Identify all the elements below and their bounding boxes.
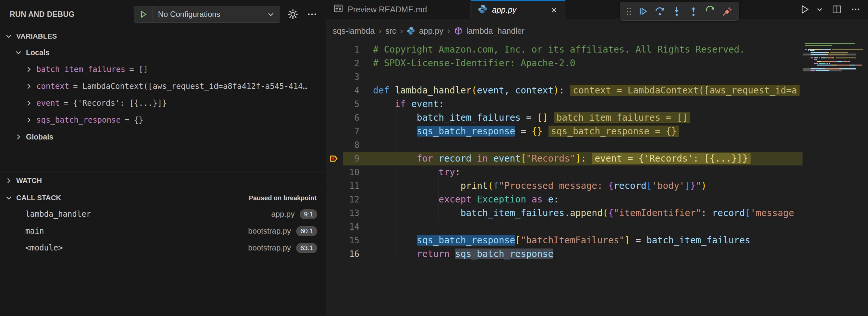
debug-config-dropdown[interactable]: No Configurations xyxy=(134,6,280,23)
code-editor[interactable]: 1# Copyright Amazon.com, Inc. or its aff… xyxy=(326,43,868,316)
code-text: def lambda_handler(event, context): xyxy=(373,85,564,96)
editor-more-actions-icon[interactable] xyxy=(848,2,864,17)
disconnect-icon[interactable] xyxy=(720,4,734,19)
breadcrumb-symbol[interactable]: lambda_handler xyxy=(466,26,525,36)
variables-header-label: VARIABLES xyxy=(16,32,57,40)
variables-section-header[interactable]: VARIABLES xyxy=(0,29,326,44)
vscode-window: RUN AND DEBUG No Configurations xyxy=(0,0,868,316)
gear-icon[interactable] xyxy=(287,9,299,20)
chevron-right-icon xyxy=(15,133,22,140)
code-line-12[interactable]: 12 except Exception as e: xyxy=(326,193,803,206)
chevron-right-icon xyxy=(25,117,32,124)
split-editor-icon[interactable] xyxy=(829,2,845,17)
code-line-7[interactable]: 7 sqs_batch_response = {}sqs_batch_respo… xyxy=(326,125,803,138)
step-into-icon[interactable] xyxy=(670,4,684,19)
variable-row-sqs_batch_response[interactable]: sqs_batch_response= {} xyxy=(0,112,326,128)
chevron-right-icon xyxy=(25,83,32,90)
variable-value: = {'Records': [{...}]} xyxy=(64,99,167,108)
chevron-down-icon xyxy=(5,194,12,201)
tab-label: Preview README.md xyxy=(348,5,427,14)
debug-inline-value: event = {'Records': [{...}]} xyxy=(592,153,750,164)
frame-name: main xyxy=(25,226,44,235)
step-over-icon[interactable] xyxy=(653,4,667,19)
code-line-9[interactable]: 9 for record in event["Records"]:event =… xyxy=(326,152,803,165)
code-line-4[interactable]: 4def lambda_handler(event, context):cont… xyxy=(326,84,803,97)
close-icon[interactable] xyxy=(550,6,558,14)
code-text: if event: xyxy=(373,99,444,109)
chevron-down-icon xyxy=(267,10,280,18)
line-number: 2 xyxy=(326,57,360,70)
variable-row-context[interactable]: context= LambdaContext([aws_request_id=a… xyxy=(0,78,326,95)
method-symbol-icon xyxy=(454,27,463,35)
drag-handle-icon[interactable] xyxy=(625,4,633,19)
code-text: for record in event["Records"]: xyxy=(373,153,586,164)
line-number: 15 xyxy=(326,233,360,247)
paused-breakpoint-icon[interactable] xyxy=(329,154,339,164)
sidebar-header: RUN AND DEBUG No Configurations xyxy=(0,0,326,29)
run-dropdown-icon[interactable] xyxy=(816,2,826,17)
call-stack-section-header[interactable]: CALL STACK Paused on breakpoint xyxy=(0,190,326,206)
breadcrumb-folder[interactable]: sqs-lambda xyxy=(333,26,375,36)
code-line-8[interactable]: 8 xyxy=(326,138,803,152)
frame-file: app.py xyxy=(271,210,294,219)
code-text: # SPDX-License-Identifier: Apache-2.0 xyxy=(373,58,576,68)
code-line-1[interactable]: 1# Copyright Amazon.com, Inc. or its aff… xyxy=(326,43,803,57)
tab-app-py[interactable]: app.py xyxy=(471,0,565,19)
code-viewport: 1# Copyright Amazon.com, Inc. or its aff… xyxy=(326,43,803,316)
code-line-11[interactable]: 11 print(f"Processed message: {record['b… xyxy=(326,179,803,193)
code-line-10[interactable]: 10 try: xyxy=(326,165,803,179)
more-actions-icon[interactable] xyxy=(307,9,317,20)
code-line-14[interactable]: 14 xyxy=(326,220,803,233)
code-text: batch_item_failures = [] xyxy=(373,112,548,123)
line-number: 7 xyxy=(326,125,360,138)
minimap[interactable] xyxy=(803,43,868,316)
line-number: 6 xyxy=(326,111,360,125)
code-text: except Exception as e: xyxy=(373,194,559,205)
stack-frame-module[interactable]: <module>bootstrap.py63:1 xyxy=(0,240,326,256)
line-number: 10 xyxy=(326,165,360,179)
line-number: 13 xyxy=(326,206,360,220)
breadcrumb: sqs-lambda › src › app.py › lambda_handl… xyxy=(326,19,868,43)
run-python-file-icon[interactable] xyxy=(797,2,813,17)
line-number: 8 xyxy=(326,138,360,152)
code-text: try: xyxy=(373,167,461,178)
code-line-6[interactable]: 6 batch_item_failures = []batch_item_fai… xyxy=(326,111,803,125)
variable-row-event[interactable]: event= {'Records': [{...}]} xyxy=(0,95,326,112)
watch-section-header[interactable]: WATCH xyxy=(0,173,326,189)
line-number: 14 xyxy=(326,220,360,233)
frame-position-badge: 9:1 xyxy=(300,209,317,219)
start-debugging-icon[interactable] xyxy=(134,6,153,22)
step-out-icon[interactable] xyxy=(686,4,701,19)
variable-name: sqs_batch_response xyxy=(36,116,121,125)
stack-frame-main[interactable]: mainbootstrap.py60:1 xyxy=(0,223,326,240)
variable-row-batch_item_failures[interactable]: batch_item_failures= [] xyxy=(0,61,326,78)
continue-icon[interactable] xyxy=(636,4,650,19)
line-number: 16 xyxy=(326,247,360,261)
variables-group-globals[interactable]: Globals xyxy=(0,128,326,145)
minimap-line xyxy=(805,70,868,72)
watch-section: WATCH xyxy=(0,172,326,190)
stack-frame-lambda_handler[interactable]: lambda_handlerapp.py9:1 xyxy=(0,206,326,223)
breadcrumb-separator: › xyxy=(378,26,381,36)
code-line-16[interactable]: 16 return sqs_batch_response xyxy=(326,247,803,261)
tab-preview-readme[interactable]: Preview README.md xyxy=(326,0,471,19)
variables-group-label: Globals xyxy=(26,133,53,141)
code-line-15[interactable]: 15 sqs_batch_response["batchItemFailures… xyxy=(326,233,803,247)
line-number: 3 xyxy=(326,70,360,84)
code-line-13[interactable]: 13 batch_item_failures.append({"itemIden… xyxy=(326,206,803,220)
variables-group-locals[interactable]: Locals xyxy=(0,44,326,61)
code-line-5[interactable]: 5 if event: xyxy=(326,97,803,111)
variable-value: = [] xyxy=(129,65,148,74)
tab-label: app.py xyxy=(492,5,517,14)
restart-icon[interactable] xyxy=(703,4,717,19)
markdown-preview-icon xyxy=(334,4,343,15)
chevron-down-icon xyxy=(15,49,22,56)
breadcrumb-folder[interactable]: src xyxy=(385,26,396,36)
line-number: 4 xyxy=(326,84,360,97)
line-number: 11 xyxy=(326,179,360,193)
debug-config-label: No Configurations xyxy=(153,10,267,19)
code-line-3[interactable]: 3 xyxy=(326,70,803,84)
code-line-2[interactable]: 2# SPDX-License-Identifier: Apache-2.0 xyxy=(326,57,803,70)
breadcrumb-file[interactable]: app.py xyxy=(419,26,443,36)
python-icon xyxy=(478,4,488,16)
